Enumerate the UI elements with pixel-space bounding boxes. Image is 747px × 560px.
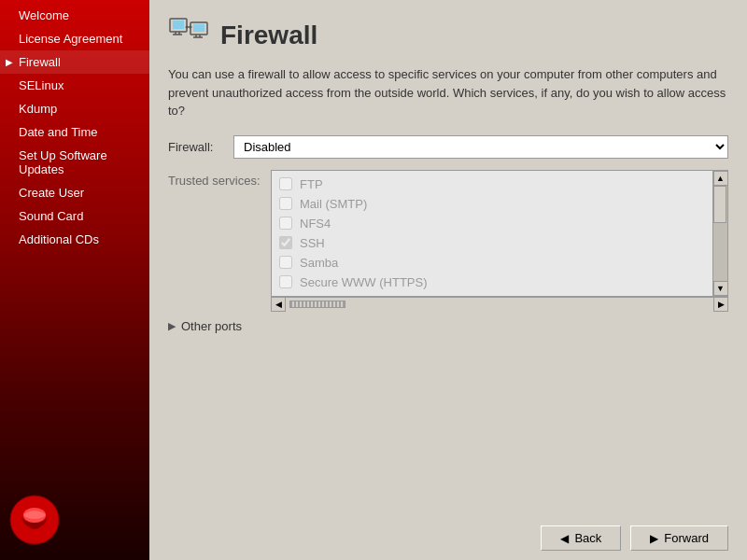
list-item: SSH	[272, 233, 712, 253]
services-box-wrapper: FTP Mail (SMTP) NFS4 SSH	[271, 170, 728, 312]
mail-checkbox[interactable]	[279, 197, 292, 210]
content-header: Firewall	[149, 0, 747, 65]
page-title: Firewall	[220, 21, 317, 50]
expand-icon[interactable]: ▶	[168, 320, 176, 332]
horiz-scroll-area[interactable]	[286, 301, 713, 308]
back-button[interactable]: ◀ Back	[541, 525, 621, 551]
sidebar: Welcome License Agreement Firewall SELin…	[0, 0, 149, 560]
sidebar-item-label: Kdump	[19, 102, 57, 116]
sidebar-item-firewall[interactable]: Firewall	[0, 50, 149, 74]
sidebar-item-create-user[interactable]: Create User	[0, 181, 149, 204]
sidebar-item-datetime[interactable]: Date and Time	[0, 120, 149, 144]
scroll-right-arrow[interactable]: ▶	[713, 297, 728, 312]
list-item: Secure WWW (HTTPS)	[272, 273, 712, 292]
sidebar-item-label: Additional CDs	[19, 232, 99, 246]
horiz-scroll-thumb[interactable]	[289, 301, 345, 308]
service-label: Mail (SMTP)	[300, 197, 367, 211]
svg-rect-9	[193, 24, 204, 32]
sidebar-item-label: Set Up Software Updates	[19, 148, 140, 176]
other-ports-section: ▶ Other ports	[168, 319, 728, 333]
samba-checkbox[interactable]	[279, 256, 292, 269]
sidebar-item-label: License Agreement	[19, 32, 122, 46]
scroll-down-arrow[interactable]: ▼	[713, 281, 728, 296]
trusted-services-label: Trusted services:	[168, 170, 261, 312]
sidebar-item-label: Firewall	[19, 55, 61, 69]
sidebar-item-welcome[interactable]: Welcome	[0, 4, 149, 27]
other-ports-label: Other ports	[181, 319, 242, 333]
trusted-services-section: Trusted services: FTP Mail (SMTP)	[168, 170, 728, 312]
sidebar-item-selinux[interactable]: SELinux	[0, 74, 149, 97]
ssh-checkbox[interactable]	[279, 236, 292, 249]
redhat-logo	[9, 495, 65, 551]
firewall-label: Firewall:	[168, 140, 224, 154]
service-label: NFS4	[300, 217, 331, 231]
service-label: FTP	[300, 177, 323, 191]
service-label: Secure WWW (HTTPS)	[300, 275, 428, 289]
footer: ◀ Back ▶ Forward	[149, 516, 747, 560]
service-label: Samba	[300, 256, 338, 270]
forward-icon: ▶	[650, 532, 658, 545]
list-item: Mail (SMTP)	[272, 194, 712, 214]
sidebar-item-kdump[interactable]: Kdump	[0, 97, 149, 120]
firewall-icon	[168, 15, 209, 56]
description-text: You can use a firewall to allow access t…	[168, 65, 728, 120]
sidebar-item-label: Create User	[19, 186, 84, 200]
sidebar-item-additional-cds[interactable]: Additional CDs	[0, 228, 149, 251]
ftp-checkbox[interactable]	[279, 177, 292, 190]
sidebar-item-sound-card[interactable]: Sound Card	[0, 204, 149, 228]
nfs4-checkbox[interactable]	[279, 217, 292, 230]
content-body: You can use a firewall to allow access t…	[149, 65, 747, 516]
scroll-track[interactable]	[713, 186, 727, 281]
services-list: FTP Mail (SMTP) NFS4 SSH	[272, 171, 712, 296]
forward-button[interactable]: ▶ Forward	[630, 525, 728, 551]
sidebar-item-label: Sound Card	[19, 209, 83, 223]
forward-label: Forward	[664, 531, 709, 545]
svg-rect-4	[173, 21, 184, 29]
sidebar-item-label: Welcome	[19, 8, 69, 22]
list-item: NFS4	[272, 214, 712, 233]
sidebar-item-software-updates[interactable]: Set Up Software Updates	[0, 144, 149, 181]
scroll-left-arrow[interactable]: ◀	[271, 297, 286, 312]
list-item: Samba	[272, 253, 712, 273]
securewww-checkbox[interactable]	[279, 275, 292, 288]
firewall-select[interactable]: Disabled Enabled	[233, 135, 728, 159]
main-content: Firewall You can use a firewall to allow…	[149, 0, 747, 560]
scroll-thumb[interactable]	[713, 186, 726, 223]
back-icon: ◀	[560, 532, 569, 545]
horizontal-scrollbar[interactable]: ◀ ▶	[271, 297, 728, 312]
sidebar-item-label: Date and Time	[19, 125, 98, 139]
vertical-scrollbar[interactable]: ▲ ▼	[712, 171, 727, 296]
services-main: FTP Mail (SMTP) NFS4 SSH	[271, 170, 728, 297]
scroll-up-arrow[interactable]: ▲	[713, 171, 728, 186]
firewall-row: Firewall: Disabled Enabled	[168, 135, 728, 159]
back-label: Back	[574, 531, 601, 545]
sidebar-item-label: SELinux	[19, 78, 63, 92]
list-item: FTP	[272, 175, 712, 194]
service-label: SSH	[300, 236, 325, 250]
sidebar-nav: Welcome License Agreement Firewall SELin…	[0, 0, 149, 251]
sidebar-item-license[interactable]: License Agreement	[0, 27, 149, 50]
